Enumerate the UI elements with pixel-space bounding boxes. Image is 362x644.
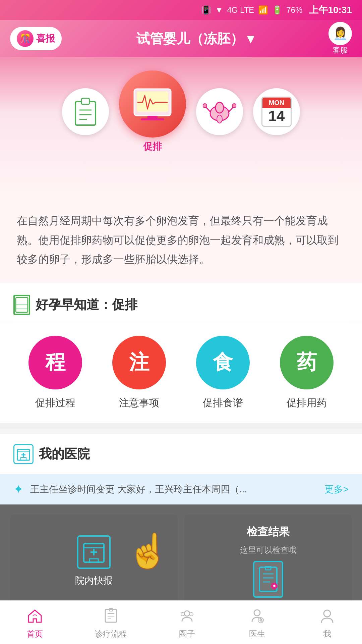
notice-char: 注 <box>129 349 149 376</box>
cs-label: 客服 <box>333 45 348 55</box>
svg-point-14 <box>232 104 236 108</box>
action-process[interactable]: 程 促排过程 <box>28 336 82 410</box>
hospital-card-title: 院内快报 <box>75 574 113 587</box>
notice-circle: 注 <box>112 336 166 389</box>
hospital-icon <box>13 444 34 464</box>
customer-service-button[interactable]: 👩‍💼 客服 <box>328 22 352 55</box>
monitor-svg <box>131 86 174 122</box>
report-card[interactable]: 检查结果 这里可以检查哦 <box>184 515 352 608</box>
calendar-icon: MON 14 <box>261 97 292 127</box>
notice-label: 注意事项 <box>119 396 159 410</box>
medicine-char: 药 <box>297 349 317 376</box>
cal-header: MON <box>262 98 291 108</box>
hospital-notice[interactable]: ✦ 王主任坐诊时间变更 大家好，王兴玲主任本周四（... 更多> <box>0 474 362 504</box>
knowledge-section-header: 好孕早知道：促排 <box>0 283 362 322</box>
bottom-nav: 首页 诊疗流程 圈子 <box>0 600 362 644</box>
description-section: 在自然月经周期中每次有多个卵泡发育，但最终只有一个能发育成熟。使用促排卵药物可以… <box>0 198 362 283</box>
process-char: 程 <box>45 349 65 376</box>
hospital-title: 我的医院 <box>39 445 90 463</box>
signal-icon: 📶 <box>258 5 268 15</box>
report-title: 检查结果 <box>247 525 290 539</box>
svg-rect-8 <box>141 118 164 120</box>
notice-icon: ✦ <box>13 482 23 496</box>
xibao-icon: 🎊 <box>17 30 34 47</box>
medicine-circle: 药 <box>280 336 334 389</box>
community-icon <box>177 606 197 626</box>
uterus-circle <box>196 88 243 135</box>
action-medicine[interactable]: 药 促排用药 <box>280 336 334 410</box>
community-svg <box>179 607 195 624</box>
food-circle: 食 <box>196 336 250 389</box>
svg-point-12 <box>203 104 207 108</box>
svg-point-49 <box>324 610 330 617</box>
status-bar: 📳 ▼ 4G LTE 📶 🔋 76% 上午10:31 <box>0 0 362 20</box>
report-svg <box>258 566 278 593</box>
calendar-circle: MON 14 <box>253 88 300 135</box>
action-notice[interactable]: 注 注意事项 <box>112 336 166 410</box>
uterus-svg <box>203 95 236 128</box>
report-subtitle: 这里可以检查哦 <box>240 545 296 555</box>
xibao-label: 喜报 <box>36 32 55 45</box>
nav-item-community[interactable]: 圈子 <box>177 606 197 639</box>
svg-point-15 <box>217 115 222 123</box>
action-food[interactable]: 食 促排食谱 <box>196 336 250 410</box>
svg-point-10 <box>216 102 224 113</box>
hospital-section: 我的医院 ✦ 王主任坐诊时间变更 大家好，王兴玲主任本周四（... 更多> <box>0 434 362 504</box>
report-icon <box>253 561 283 598</box>
book-icon <box>13 295 30 315</box>
wifi-icon: ▼ <box>215 5 223 15</box>
home-svg <box>26 607 43 624</box>
app-title: 试管婴儿（冻胚） <box>136 30 244 48</box>
knowledge-title: 好孕早知道：促排 <box>36 296 137 313</box>
files-circle <box>62 88 109 135</box>
vibrate-icon: 📳 <box>201 5 211 15</box>
quick-actions: 程 促排过程 注 注意事项 食 促排食谱 药 促排用药 <box>0 322 362 423</box>
dropdown-arrow[interactable]: ▾ <box>247 31 254 46</box>
nav-item-home[interactable]: 首页 <box>25 606 45 639</box>
nav-item-treatment[interactable]: 诊疗流程 <box>95 606 127 639</box>
header-right: 👩‍💼 客服 <box>328 22 352 55</box>
nav-item-files[interactable] <box>62 88 109 135</box>
nav-item-monitor[interactable]: 促排 <box>119 70 186 153</box>
svg-rect-27 <box>89 559 98 562</box>
hospital-card-icon <box>77 535 111 569</box>
nav-icons-row: 促排 MON 14 <box>0 64 362 160</box>
treatment-icon <box>101 606 121 626</box>
svg-point-43 <box>181 612 184 616</box>
food-label: 促排食谱 <box>203 396 243 410</box>
time-label: 上午10:31 <box>309 4 352 16</box>
svg-rect-6 <box>137 92 168 112</box>
home-icon <box>25 606 45 626</box>
nav-item-uterus[interactable] <box>196 88 243 135</box>
doctor-svg <box>249 607 265 624</box>
medicine-label: 促排用药 <box>287 396 327 410</box>
hand-cursor: ☝ <box>127 531 169 571</box>
monitor-circle <box>119 70 186 138</box>
treatment-svg <box>103 607 119 624</box>
header-left: 🎊 喜报 <box>10 27 62 50</box>
xibao-button[interactable]: 🎊 喜报 <box>10 27 62 50</box>
svg-point-42 <box>184 611 190 616</box>
hospital-svg <box>16 447 31 462</box>
hospital-card-svg <box>82 540 106 564</box>
battery-label: 76% <box>286 5 302 15</box>
hospital-header: 我的医院 <box>0 434 362 474</box>
nav-item-doctor[interactable]: 医生 <box>247 606 267 639</box>
hero-section: 促排 MON 14 <box>0 57 362 198</box>
svg-rect-0 <box>75 102 96 125</box>
status-icons: 📳 ▼ 4G LTE 📶 🔋 76% <box>201 5 303 15</box>
svg-point-44 <box>190 612 193 616</box>
notice-text: 王主任坐诊时间变更 大家好，王兴玲主任本周四（... <box>30 483 318 496</box>
food-char: 食 <box>213 349 233 376</box>
me-svg <box>319 607 336 624</box>
monitor-label: 促排 <box>143 140 162 153</box>
treatment-label: 诊疗流程 <box>95 629 127 639</box>
description-text: 在自然月经周期中每次有多个卵泡发育，但最终只有一个能发育成熟。使用促排卵药物可以… <box>17 211 345 269</box>
home-label: 首页 <box>27 629 43 639</box>
nav-item-me[interactable]: 我 <box>317 606 337 639</box>
me-icon <box>317 606 337 626</box>
me-label: 我 <box>323 629 331 639</box>
more-link[interactable]: 更多> <box>324 483 349 496</box>
nav-item-calendar[interactable]: MON 14 <box>253 88 300 135</box>
clipboard-svg <box>72 97 99 127</box>
